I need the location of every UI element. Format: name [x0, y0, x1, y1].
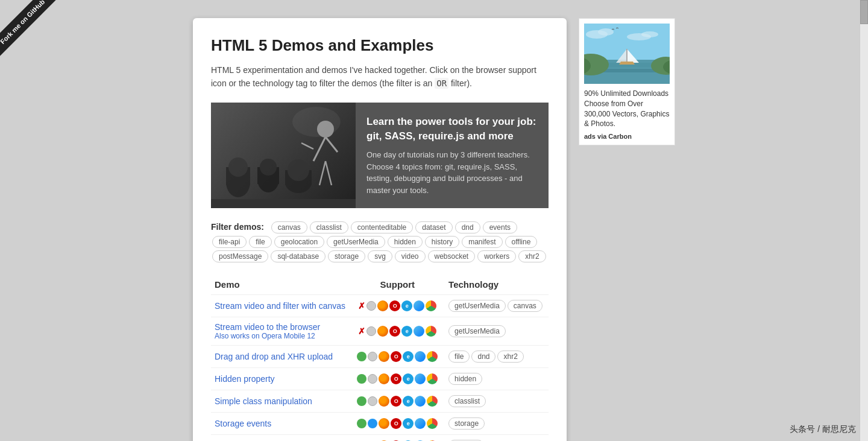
ie-icon[interactable]: e [403, 418, 414, 429]
support-cell: Oe [353, 368, 443, 390]
demo-table: Demo Support Technology Stream video and… [211, 274, 549, 441]
ie-icon[interactable]: e [401, 300, 412, 311]
tech-tag-dnd[interactable]: dnd [471, 351, 495, 363]
fork-ribbon-link[interactable]: Fork me on GitHub [0, 0, 63, 62]
tech-tag-getUserMedia[interactable]: getUserMedia [448, 325, 506, 337]
ie-icon[interactable]: e [401, 326, 412, 337]
filter-tag-file-api[interactable]: file-api [212, 236, 247, 248]
sidebar-ad[interactable]: 90% Unlimited Downloads Choose from Over… [579, 18, 675, 145]
filter-tag-file[interactable]: file [249, 236, 271, 248]
support-partial-icon[interactable] [366, 301, 376, 311]
filter-tag-video[interactable]: video [395, 250, 426, 262]
filter-tag-history[interactable]: history [425, 236, 459, 248]
firefox-icon[interactable] [377, 300, 388, 311]
scrollbar-thumb[interactable] [860, 0, 868, 24]
filter-tag-manifest[interactable]: manifest [462, 236, 502, 248]
support-partial-icon[interactable] [368, 352, 377, 361]
opera-icon[interactable]: O [389, 300, 400, 311]
filter-tag-geolocation[interactable]: geolocation [274, 236, 324, 248]
demo-link[interactable]: Simple class manipulation [215, 396, 312, 406]
chrome-icon[interactable] [426, 300, 436, 311]
filter-tag-sql-database[interactable]: sql-database [271, 250, 326, 262]
svg-line-15 [301, 143, 313, 149]
support-cross-icon[interactable]: ✗ [358, 301, 365, 311]
chrome-icon[interactable] [427, 373, 438, 384]
demo-link[interactable]: Storage events [215, 419, 271, 428]
filter-tag-websocket[interactable]: websocket [428, 250, 476, 262]
ie-icon[interactable]: e [403, 351, 414, 362]
tech-tag-classlist[interactable]: classlist [448, 395, 486, 407]
support-partial-icon[interactable] [366, 326, 376, 336]
firefox-icon[interactable] [379, 351, 389, 362]
tech-tag-hidden[interactable]: hidden [448, 373, 482, 385]
demo-link[interactable]: Stream video to the browser [215, 322, 320, 332]
safari-icon[interactable] [415, 373, 426, 384]
safari-icon[interactable] [415, 418, 426, 429]
filter-tag-canvas[interactable]: canvas [271, 221, 307, 233]
support-green-icon[interactable] [357, 374, 366, 384]
filter-tag-storage[interactable]: storage [328, 250, 365, 262]
cookie-icon[interactable] [368, 419, 377, 428]
safari-icon[interactable] [415, 396, 426, 407]
demo-cell: Simple class manipulation [211, 390, 353, 413]
support-partial-icon[interactable] [368, 396, 377, 406]
tech-tag-getUserMedia[interactable]: getUserMedia [448, 300, 506, 312]
svg-point-18 [598, 28, 614, 36]
ie-icon[interactable]: e [403, 373, 414, 384]
filter-tag-xhr2[interactable]: xhr2 [518, 250, 546, 262]
ie-icon[interactable]: e [403, 396, 414, 407]
sidebar-ad-svg [584, 24, 670, 84]
main-card: HTML 5 Demos and Examples HTML 5 experim… [193, 18, 567, 441]
filter-tag-postMessage[interactable]: postMessage [212, 250, 268, 262]
filter-tag-dnd[interactable]: dnd [455, 221, 480, 233]
opera-icon[interactable]: O [389, 326, 400, 337]
chrome-icon[interactable] [427, 418, 438, 429]
chrome-icon[interactable] [427, 351, 438, 362]
tech-tag-storage[interactable]: storage [448, 417, 485, 430]
tech-tag-xhr2[interactable]: xhr2 [497, 351, 523, 363]
filter-tag-classlist[interactable]: classlist [310, 221, 348, 233]
support-cross-icon[interactable]: ✗ [358, 326, 365, 336]
tech-tags: classlist [448, 395, 545, 407]
fork-ribbon[interactable]: Fork me on GitHub [0, 0, 72, 72]
tech-cell: classlist [442, 390, 549, 413]
demo-link[interactable]: Hidden property [215, 374, 275, 384]
filter-tag-getUserMedia[interactable]: getUserMedia [327, 236, 385, 248]
demo-link[interactable]: Stream video and filter with canvas [215, 301, 345, 311]
filter-tag-svg[interactable]: svg [368, 250, 392, 262]
filter-tag-offline[interactable]: offline [505, 236, 538, 248]
safari-icon[interactable] [414, 326, 424, 337]
opera-icon[interactable]: O [391, 396, 401, 407]
tech-tag-file[interactable]: file [448, 351, 470, 363]
opera-icon[interactable]: O [391, 418, 401, 429]
firefox-icon[interactable] [379, 396, 389, 407]
demo-link[interactable]: Drag and drop and XHR upload [215, 352, 333, 361]
support-cell: Oe [353, 390, 443, 413]
safari-icon[interactable] [414, 300, 424, 311]
support-partial-icon[interactable] [368, 374, 377, 384]
opera-icon[interactable]: O [391, 351, 401, 362]
support-green-icon[interactable] [357, 419, 366, 428]
tech-col-header: Technology [442, 274, 549, 295]
firefox-icon[interactable] [379, 418, 389, 429]
firefox-icon[interactable] [379, 373, 389, 384]
safari-icon[interactable] [415, 351, 426, 362]
support-green-icon[interactable] [357, 352, 366, 361]
filter-tag-dataset[interactable]: dataset [415, 221, 452, 233]
filter-tag-workers[interactable]: workers [477, 250, 516, 262]
tech-cell: getUserMedia [442, 317, 549, 346]
tech-tag-canvas[interactable]: canvas [508, 300, 542, 312]
filter-tag-hidden[interactable]: hidden [388, 236, 423, 248]
support-green-icon[interactable] [357, 396, 366, 406]
sidebar-ad-image [584, 24, 670, 84]
scrollbar[interactable] [860, 0, 868, 441]
svg-marker-31 [619, 62, 635, 65]
firefox-icon[interactable] [377, 326, 388, 337]
support-cell: Oe [353, 435, 443, 441]
chrome-icon[interactable] [427, 396, 438, 407]
chrome-icon[interactable] [426, 326, 436, 337]
filter-tag-contenteditable[interactable]: contenteditable [351, 221, 413, 233]
demo-cell: Stream video and filter with canvas [211, 295, 353, 317]
opera-icon[interactable]: O [391, 373, 401, 384]
filter-tag-events[interactable]: events [483, 221, 517, 233]
